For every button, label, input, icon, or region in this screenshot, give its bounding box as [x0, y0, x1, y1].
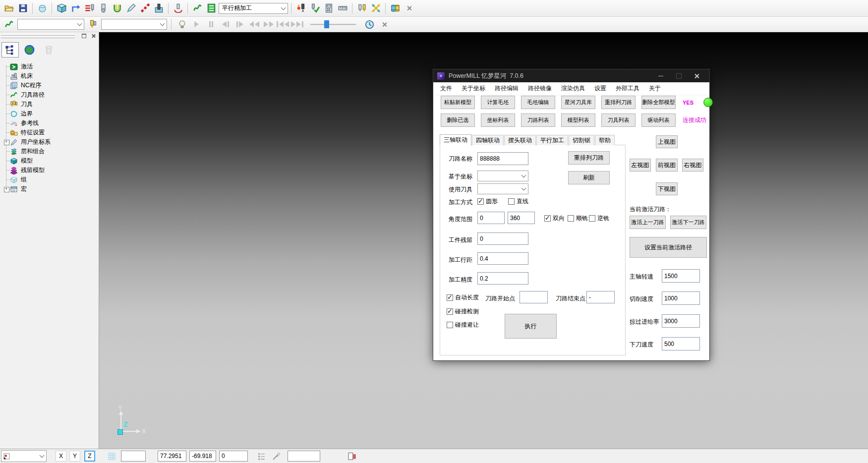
view-top-button[interactable]: 上视图: [656, 135, 678, 148]
tree-item-levels[interactable]: 层和组合: [0, 147, 99, 156]
tree-item-machine[interactable]: 机床: [0, 71, 99, 81]
strategy-combo[interactable]: 平行精加工: [219, 3, 288, 14]
tree-item-boundary[interactable]: 边界: [0, 109, 99, 118]
go-to-end-button[interactable]: [291, 18, 303, 30]
checkbox-icon[interactable]: [508, 198, 515, 205]
view-bottom-button[interactable]: 下视图: [656, 182, 678, 195]
tree-item-stock-model[interactable]: 残留模型: [0, 166, 99, 175]
strategy-list-icon[interactable]: [205, 2, 218, 15]
play-button[interactable]: [190, 18, 203, 30]
grid-snap-icon[interactable]: [105, 450, 118, 462]
pattern-icon[interactable]: [111, 2, 123, 15]
menu-about[interactable]: 关于: [649, 84, 661, 93]
cursor-x-field[interactable]: 77.2951: [158, 451, 186, 462]
menu-coords[interactable]: 关于坐标: [462, 84, 485, 93]
auto-length-checkbox[interactable]: 自动长度: [447, 293, 479, 302]
bidirectional-checkbox[interactable]: 双向: [544, 214, 565, 223]
collision-avoid-checkbox[interactable]: 碰撞避让: [447, 321, 479, 329]
mode-circle-checkbox[interactable]: 圆形: [477, 197, 498, 206]
coord-list-button[interactable]: 坐标列表: [481, 114, 515, 127]
menu-path-mirror[interactable]: 路径镜像: [528, 84, 552, 93]
step-forward-button[interactable]: [233, 18, 246, 30]
menu-path-edit[interactable]: 路径编辑: [495, 84, 519, 93]
view-left-button[interactable]: 左视图: [630, 159, 651, 172]
cursor-y-field[interactable]: -69.918: [189, 451, 216, 462]
close-toolbar-icon[interactable]: [403, 2, 415, 15]
set-active-path-button[interactable]: 设置当前激活路径: [630, 237, 707, 258]
refresh-button[interactable]: 刷新: [568, 171, 610, 184]
tree-item-model[interactable]: 模型: [0, 156, 99, 166]
stock-allowance-input[interactable]: 0: [477, 232, 528, 245]
xyz-list-icon[interactable]: [255, 450, 268, 462]
collision-check-checkbox[interactable]: 碰撞检测: [447, 307, 479, 316]
maximize-button[interactable]: [670, 69, 688, 82]
fast-forward-button[interactable]: [262, 18, 275, 30]
viewport-3d[interactable]: Y X Z PowerMILL 忆梦星河 7.0.6 文件 关于坐标 路径编辑 …: [99, 32, 868, 449]
stock-edit-button[interactable]: 毛坯编辑: [521, 96, 555, 109]
tab-head-swing[interactable]: 摆头联动: [504, 135, 536, 145]
tool-pair-icon[interactable]: [355, 2, 368, 15]
tree-item-nc-program[interactable]: NC程序: [0, 81, 99, 90]
tab-help[interactable]: 帮助: [595, 135, 615, 145]
axis-z-button[interactable]: Z: [84, 451, 95, 462]
panel-restore-button[interactable]: [80, 33, 88, 39]
tool-database-icon[interactable]: [152, 2, 165, 15]
recycle-bin-tab[interactable]: [40, 42, 58, 58]
drive-list-button[interactable]: 驱动列表: [641, 114, 676, 127]
start-point-input[interactable]: [520, 291, 548, 303]
tool-icon[interactable]: [86, 18, 99, 31]
expander-icon[interactable]: [4, 187, 9, 192]
axis-y-button[interactable]: Y: [69, 451, 80, 462]
tool-list-button[interactable]: 刀具列表: [601, 114, 636, 127]
end-point-input[interactable]: -: [586, 291, 615, 303]
tool-holders-icon[interactable]: [389, 2, 402, 15]
tab-3axis[interactable]: 三轴联动: [440, 134, 471, 146]
measure-field[interactable]: [288, 451, 320, 462]
toolpath-select-combo[interactable]: [17, 19, 84, 30]
checkbox-icon[interactable]: [447, 322, 453, 328]
menu-settings[interactable]: 设置: [594, 84, 606, 93]
rearrange-toolpaths-button[interactable]: 重排列刀路: [601, 96, 636, 109]
menu-external-tools[interactable]: 外部工具: [616, 84, 639, 93]
tree-item-feature-set[interactable]: 特征设置: [0, 128, 99, 137]
leads-links-icon[interactable]: [69, 2, 82, 15]
conventional-mill-checkbox[interactable]: 逆铣: [589, 214, 609, 223]
tree-view-tab[interactable]: [1, 42, 19, 58]
save-icon[interactable]: [16, 2, 29, 15]
cursor-z-field[interactable]: 0: [219, 451, 248, 462]
skim-feed-input[interactable]: 3000: [662, 314, 700, 328]
snap-value-field[interactable]: [121, 451, 146, 462]
expander-icon[interactable]: [4, 140, 9, 145]
tree-item-tools[interactable]: 刀具: [0, 100, 99, 109]
calculator-icon[interactable]: [322, 2, 335, 15]
activate-prev-toolpath-button[interactable]: 激活上一刀路: [630, 216, 666, 229]
menu-file[interactable]: 文件: [440, 84, 452, 93]
model-list-button[interactable]: 模型列表: [561, 114, 595, 127]
checkbox-checked-icon[interactable]: [477, 198, 484, 205]
delete-all-models-button[interactable]: 删除全部模型: [641, 96, 676, 109]
reference-points-icon[interactable]: [138, 2, 151, 15]
tab-4axis[interactable]: 四轴联动: [472, 135, 504, 145]
panel-close-button[interactable]: [90, 33, 97, 39]
lightbulb-icon[interactable]: [175, 18, 188, 31]
tool-verify-icon[interactable]: [308, 2, 321, 15]
feed-rates-icon[interactable]: [83, 2, 96, 15]
tree-item-toolpath[interactable]: 刀具路径: [0, 90, 99, 100]
spindle-speed-input[interactable]: 1500: [662, 269, 700, 283]
based-coord-combo[interactable]: [477, 171, 528, 181]
doc-pause-icon[interactable]: [345, 450, 358, 462]
step-back-button[interactable]: [219, 18, 231, 30]
web-view-tab[interactable]: [21, 42, 38, 58]
toolpath-icon[interactable]: [191, 2, 204, 15]
slider-handle[interactable]: [324, 20, 329, 28]
create-block-icon[interactable]: [55, 2, 68, 15]
tab-parallel[interactable]: 平行加工: [536, 135, 568, 145]
checkbox-checked-icon[interactable]: [447, 294, 453, 301]
toolpath-name-input[interactable]: 888888: [477, 152, 528, 165]
tolerance-input[interactable]: 0.2: [477, 272, 528, 285]
calculate-stock-button[interactable]: 计算毛坯: [481, 96, 515, 109]
panel-grip[interactable]: [0, 32, 99, 40]
paste-new-model-button[interactable]: 粘贴新模型: [441, 96, 475, 109]
tool-tip-icon[interactable]: [97, 2, 110, 15]
climb-mill-checkbox[interactable]: 顺铣: [568, 214, 588, 223]
